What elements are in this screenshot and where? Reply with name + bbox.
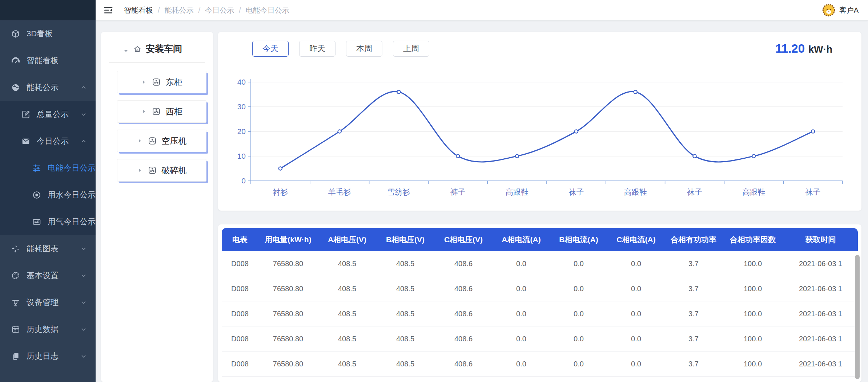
sidebar-item[interactable]: 设备管理 [0,289,96,316]
table-cell: 76580.80 [258,360,318,368]
palette-icon [11,271,20,280]
tree-item[interactable]: 西柜 [117,100,206,123]
device-tree-panel: 安装车间 东柜西柜空压机破碎机 [101,32,213,382]
table-header-cell: 合相功率因数 [722,235,783,245]
breadcrumb-item[interactable]: 电能今日公示 [246,5,289,15]
table-header-cell: B相电流(A) [550,235,607,245]
range-button-group: 今天昨天本周上周 [252,41,429,57]
user-menu[interactable]: 客户A [822,3,859,17]
table-header-cell: A相电流(A) [493,235,550,245]
table-cell: 408.5 [318,310,376,318]
main-content: 安装车间 东柜西柜空压机破碎机 今天昨天本周上周 11.20 kW·h 0102… [96,20,868,382]
table-cell: 3.7 [665,360,722,368]
sidebar-item-label: 历史日志 [27,351,59,362]
table-cell: D008 [222,360,258,368]
svg-text:袜子: 袜子 [687,188,702,196]
sidebar-item[interactable]: 用气今日公示 [0,208,96,235]
svg-text:袜子: 袜子 [805,188,821,196]
tree-item[interactable]: 东柜 [117,71,206,93]
total-energy-value: 11.20 [775,42,805,56]
table-row[interactable]: D00876580.80408.5408.5408.60.00.00.03.71… [222,301,858,326]
chart-toolbar: 今天昨天本周上周 11.20 kW·h [228,32,851,57]
table-header-row: 电表用电量(kW·h)A相电压(V)B相电压(V)C相电压(V)A相电流(A)B… [222,228,858,251]
table-cell: 408.5 [376,310,434,318]
sidebar-item-label: 3D看板 [27,28,53,39]
table-cell: 0.0 [607,360,665,368]
sidebar-item[interactable]: 历史数据 [0,316,96,343]
sidebar-item[interactable]: 总量公示 [0,101,96,128]
table-scrollbar-thumb[interactable] [855,255,860,379]
sidebar-item[interactable]: 基本设置 [0,262,96,289]
record-icon [32,190,41,200]
table-header-cell: 电表 [222,235,258,245]
topbar: 智能看板/能耗公示/今日公示/电能今日公示 客户A [96,0,868,20]
breadcrumb-item[interactable]: 智能看板 [124,5,153,15]
svg-text:雪纺衫: 雪纺衫 [387,188,410,196]
tree-item-label: 空压机 [162,135,187,147]
tree-root-node[interactable]: 安装车间 [101,32,213,55]
sidebar-item-label: 今日公示 [37,136,69,147]
sidebar-item[interactable]: 电能今日公示 [0,155,96,182]
svg-text:10: 10 [237,152,246,160]
card-icon [32,217,41,227]
tree-item[interactable]: 破碎机 [117,159,206,182]
table-cell: 408.5 [376,335,434,343]
chevron-up-icon [80,84,87,91]
caret-down-icon [123,46,129,52]
range-button[interactable]: 今天 [252,41,289,57]
table-row[interactable]: D00876580.80408.5408.5408.60.00.00.03.71… [222,276,858,301]
hamburger-menu-icon[interactable] [104,5,113,15]
device-icon [11,298,20,307]
range-button[interactable]: 本周 [346,41,382,57]
sidebar-item-label: 设备管理 [27,297,59,308]
table-cell: 408.5 [318,360,376,368]
caret-down-icon [123,48,129,54]
table-row[interactable]: D00876580.80408.5408.5408.60.00.00.03.71… [222,251,858,276]
avatar [822,3,836,17]
sidebar-item-label: 能耗公示 [27,82,59,93]
tree-item[interactable]: 空压机 [117,130,206,152]
table-cell: D008 [222,310,258,318]
dashboard-icon [11,56,20,65]
table-row[interactable]: D00876580.80408.5408.5408.60.00.00.03.71… [222,326,858,351]
table-cell: D008 [222,285,258,293]
svg-text:30: 30 [237,102,246,111]
table-row[interactable]: D00876580.80408.5408.5408.60.00.00.03.71… [222,351,858,377]
mail-icon [21,137,31,146]
table-cell: D008 [222,335,258,343]
meter-icon [152,77,161,87]
svg-text:高跟鞋: 高跟鞋 [624,188,647,196]
sidebar-item[interactable]: 今日公示 [0,128,96,155]
sidebar-item[interactable]: 历史日志 [0,343,96,370]
sidebar-item-label: 总量公示 [37,109,69,120]
svg-text:0: 0 [241,176,246,185]
chevron-down-icon [80,299,87,306]
edit-icon [21,110,31,119]
range-button[interactable]: 昨天 [299,41,335,57]
table-cell: 0.0 [493,260,550,268]
sidebar-logo-area [0,0,96,20]
sidebar-item[interactable]: 用水今日公示 [0,182,96,208]
table-cell: 100.0 [722,285,783,293]
range-button[interactable]: 上周 [393,41,429,57]
user-name: 客户A [839,5,859,15]
total-energy-unit: kW·h [808,44,832,55]
copy-icon [11,351,20,361]
table-cell: 3.7 [665,260,722,268]
table-header-cell: C相电流(A) [607,235,665,245]
svg-text:羊毛衫: 羊毛衫 [328,188,351,196]
table-cell: 0.0 [493,360,550,368]
sidebar-item[interactable]: 智能看板 [0,47,96,74]
breadcrumb-item[interactable]: 今日公示 [205,5,234,15]
caret-right-icon [141,79,147,85]
sidebar-item[interactable]: 能耗公示 [0,74,96,101]
sidebar-item-label: 智能看板 [27,55,59,66]
sidebar-item-label: 用气今日公示 [48,216,96,227]
table-cell: 408.6 [434,285,493,293]
sidebar-item[interactable]: 能耗图表 [0,235,96,262]
sidebar-item[interactable]: 3D看板 [0,20,96,47]
tree-root-label: 安装车间 [146,43,182,55]
breadcrumb-item[interactable]: 能耗公示 [165,5,194,15]
table-header-cell: 获取时间 [783,235,858,245]
table-cell: 0.0 [550,360,607,368]
